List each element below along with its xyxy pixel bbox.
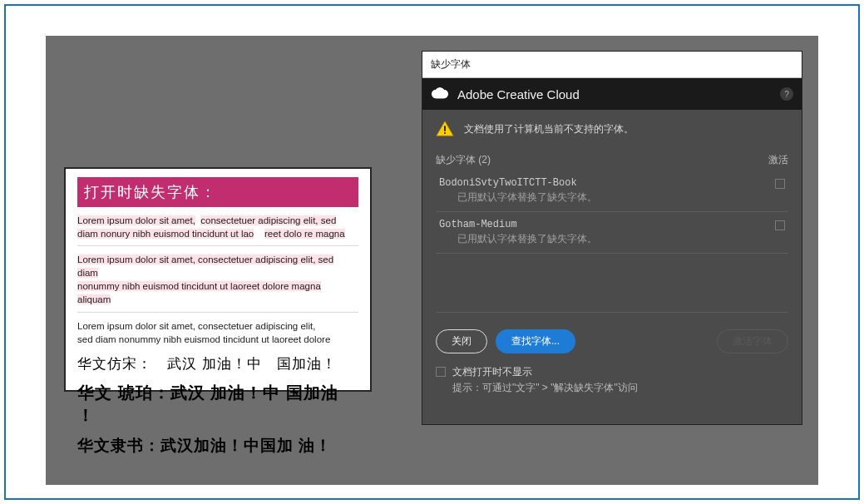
close-button[interactable]: 关闭 <box>436 329 487 353</box>
doc-paragraph-2: Lorem ipsum dolor sit amet, consectetuer… <box>77 253 358 306</box>
fonts-list-title: 缺少字体 (2) <box>436 153 491 167</box>
doc-paragraph-3: Lorem ipsum dolor sit amet, consectetuer… <box>77 319 358 346</box>
chinese-line-2: 华文 琥珀：武汉 加油！中 国加油 ！ <box>77 382 358 427</box>
dialog-titlebar: 缺少字体 <box>422 52 802 78</box>
help-icon[interactable]: ? <box>780 87 793 101</box>
activate-column-header: 激活 <box>768 153 788 167</box>
missing-fonts-dialog: 缺少字体 Adobe Creative Cloud ? 文档使用了计算机当前不支… <box>422 51 802 425</box>
font-row: Gotham-Medium 已用默认字体替换了缺失字体。 <box>436 214 788 251</box>
chinese-line-1: 华文仿宋： 武汉 加油！中 国加油！ <box>77 354 358 373</box>
warning-message: 文档使用了计算机当前不支持的字体。 <box>464 122 634 136</box>
document-preview: 打开时缺失字体： Lorem ipsum dolor sit amet, con… <box>64 167 372 392</box>
font-name: BodoniSvtyTwoITCTT-Book <box>439 177 597 189</box>
document-title-bar: 打开时缺失字体： <box>77 177 358 207</box>
creative-cloud-header: Adobe Creative Cloud ? <box>422 78 802 110</box>
footer-hint: 提示：可通过"文字" > "解决缺失字体"访问 <box>452 381 788 395</box>
font-status: 已用默认字体替换了缺失字体。 <box>439 232 597 246</box>
activate-checkbox[interactable] <box>775 220 785 230</box>
font-name: Gotham-Medium <box>439 219 597 230</box>
chinese-line-3: 华文隶书：武汉加油！中国加 油！ <box>77 435 358 457</box>
creative-cloud-icon <box>431 85 449 103</box>
doc-paragraph-1: Lorem ipsum dolor sit amet, consectetuer… <box>77 214 358 240</box>
activate-fonts-button: 激活字体 <box>717 329 788 353</box>
warning-icon <box>436 120 454 138</box>
activate-checkbox[interactable] <box>775 179 785 189</box>
find-fonts-button[interactable]: 查找字体... <box>496 329 575 353</box>
svg-rect-0 <box>444 126 446 131</box>
brand-label: Adobe Creative Cloud <box>457 87 580 101</box>
font-status: 已用默认字体替换了缺失字体。 <box>439 190 597 205</box>
svg-rect-1 <box>444 132 446 134</box>
dont-show-label: 文档打开时不显示 <box>452 365 532 379</box>
font-row: BodoniSvtyTwoITCTT-Book 已用默认字体替换了缺失字体。 <box>436 172 788 210</box>
dont-show-checkbox[interactable] <box>436 367 446 377</box>
